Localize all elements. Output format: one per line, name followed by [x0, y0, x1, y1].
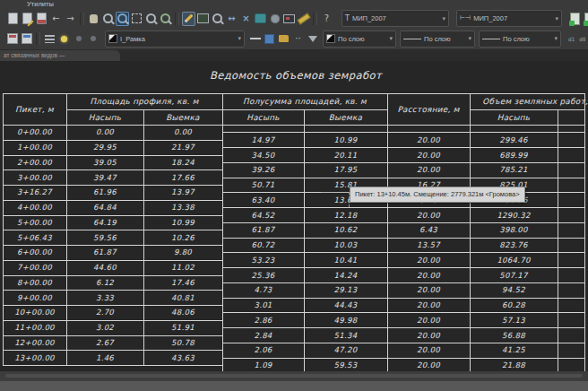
- link-arrows-icon[interactable]: ↔: [225, 12, 238, 26]
- edit-pencil-icon[interactable]: [182, 12, 195, 26]
- zoom-extents-icon[interactable]: [159, 12, 172, 26]
- interval-cell-halfsum-cut: 14.24: [304, 267, 387, 282]
- station-cell-fill: 0.00: [66, 125, 143, 140]
- station-cell-cut: 17.66: [143, 169, 222, 185]
- edit-pencil-icon: [185, 14, 194, 23]
- redo-icon: →: [66, 14, 74, 23]
- display-icon: [283, 14, 295, 23]
- notebook-icon[interactable]: [254, 12, 267, 26]
- measure-icon[interactable]: [297, 12, 310, 26]
- station-cell-cut: 10.99: [143, 215, 222, 230]
- zoom-window-icon[interactable]: [116, 12, 129, 26]
- interval-cell-halfsum-fill: 63.40: [222, 192, 304, 207]
- interval-cell-halfsum-cut: 10.99: [304, 132, 387, 147]
- sheet-blue-icon[interactable]: [20, 31, 33, 46]
- interval-cell-halfsum-fill: 4.73: [222, 282, 304, 298]
- zoom-previous-icon[interactable]: [130, 12, 143, 26]
- station-cell-fill: 2.70: [66, 305, 143, 320]
- zoom-realtime-icon[interactable]: [101, 12, 115, 26]
- tab-linked-views[interactable]: ат связанных видов —: [0, 50, 120, 61]
- lock-icon: [91, 36, 96, 41]
- interval-cell-distance: 20.00: [387, 358, 470, 371]
- interval-cell-halfsum-cut: 20.11: [304, 147, 387, 162]
- help-icon[interactable]: ?: [320, 12, 333, 26]
- interval-cell-volume-fill: 689.99: [470, 147, 558, 162]
- lineweight-button-1[interactable]: d0: [577, 35, 587, 43]
- color-swatch: [326, 34, 335, 43]
- tools-icon[interactable]: ×: [239, 12, 253, 26]
- menu-utilities[interactable]: Утилиты: [27, 0, 54, 8]
- line-icon[interactable]: [248, 31, 262, 46]
- interval-cell-volume-fill: 1064.70: [470, 252, 558, 267]
- dim-style-dropdown[interactable]: ⊢⊣ МИП_2007 ▾: [456, 10, 562, 27]
- interval-cell-halfsum-fill: 14.97: [222, 132, 304, 147]
- edit-doc-icon[interactable]: [21, 12, 34, 26]
- lineweight-preview: [482, 39, 500, 39]
- display-icon[interactable]: [282, 12, 296, 26]
- bulb-icon[interactable]: [57, 31, 71, 46]
- station-cell-cut: 0.00: [143, 125, 222, 140]
- find-icon[interactable]: [211, 12, 224, 26]
- zoom-object-icon[interactable]: [144, 12, 158, 26]
- interval-cell-halfsum-cut: 49.98: [304, 312, 387, 327]
- green-doc-icon-2: [584, 13, 588, 25]
- station-cell-picket: 8+00.00: [3, 275, 66, 291]
- lineweight-button-0[interactable]: d1: [566, 35, 576, 43]
- station-cell-picket: 2+00.00: [3, 155, 66, 170]
- undo-icon: ←: [52, 14, 59, 23]
- freeze-icon: [76, 36, 82, 41]
- layer-dropdown[interactable]: I_Рамка ▾: [105, 30, 245, 48]
- markup-icon[interactable]: [35, 12, 48, 26]
- green-doc-icon-2[interactable]: [583, 12, 588, 26]
- freeze-icon[interactable]: [72, 31, 85, 46]
- station-cell-fill: 59.56: [66, 230, 143, 245]
- pan-icon[interactable]: [87, 12, 100, 26]
- image-frame-icon[interactable]: [196, 12, 210, 26]
- interval-cell-volume-fill: 1290.32: [470, 207, 558, 222]
- link-arrows-icon: ↔: [228, 14, 235, 23]
- station-cell-cut: 51.91: [143, 320, 222, 335]
- sheet-red-icon[interactable]: [5, 31, 19, 46]
- zoom-window-icon: [117, 13, 127, 23]
- color-dropdown[interactable]: По слою ▾: [323, 30, 396, 48]
- interval-cell-volume-fill: 785.21: [470, 162, 558, 178]
- text-style-dropdown[interactable]: T МИП_2007 ▾: [342, 10, 449, 27]
- header-picket: Пикет, м: [3, 93, 66, 125]
- station-cell-picket: 3+00.00: [3, 169, 66, 185]
- funnel-icon[interactable]: [306, 31, 319, 46]
- station-cell-picket: 5+06.43: [3, 230, 66, 245]
- station-cell-cut: 13.38: [143, 200, 222, 215]
- web-icon[interactable]: [268, 12, 281, 26]
- menu-bar: Утилиты: [0, 0, 588, 9]
- station-cell-picket: 13+00.00: [3, 350, 66, 365]
- application-window: Утилиты ←→↔×? T МИП_2007 ▾ ⊢⊣ МИП_2007 ▾…: [0, 0, 588, 391]
- dots-icon[interactable]: ··: [291, 31, 305, 46]
- station-cell-cut: 17.46: [143, 275, 222, 291]
- lock-icon[interactable]: [86, 31, 99, 46]
- green-doc-icon-1: [570, 13, 580, 25]
- green-doc-icon-1[interactable]: [568, 12, 582, 26]
- view-tab-bar: ат связанных видов —: [0, 49, 588, 61]
- interval-cell-volume-fill: 60.28: [470, 298, 558, 313]
- layer-value: I_Рамка: [120, 35, 145, 43]
- redo-icon[interactable]: →: [64, 12, 77, 26]
- lineweight-dropdown[interactable]: По слою ▾: [479, 30, 561, 48]
- linetype-dropdown[interactable]: По слою ▾: [400, 30, 475, 48]
- paste-icon[interactable]: [6, 12, 20, 26]
- interval-cell-halfsum-fill: 61.87: [222, 222, 304, 238]
- undo-icon[interactable]: ←: [49, 12, 63, 26]
- text-style-icon: T: [345, 15, 350, 22]
- blue-swatch-icon[interactable]: [263, 31, 276, 46]
- drawing-canvas[interactable]: Ведомость объемов земработ Пикет, мПлоща…: [0, 61, 588, 371]
- interval-cell-halfsum-cut: 44.43: [304, 298, 387, 313]
- interval-cell-distance: 6.43: [387, 222, 470, 238]
- station-cell-fill: 6.12: [66, 275, 143, 291]
- interval-cell-distance: 20.00: [387, 282, 470, 298]
- horizontal-scrollbar[interactable]: [5, 374, 583, 378]
- toolbar-icon-group: ←→↔×?: [6, 12, 333, 26]
- folder-icon[interactable]: [277, 31, 290, 46]
- station-cell-fill: 3.33: [66, 290, 143, 305]
- layers-icon[interactable]: [43, 31, 56, 46]
- dim-style-icon: ⊢⊣: [460, 15, 471, 22]
- interval-cell-halfsum-fill: 3.01: [222, 298, 304, 313]
